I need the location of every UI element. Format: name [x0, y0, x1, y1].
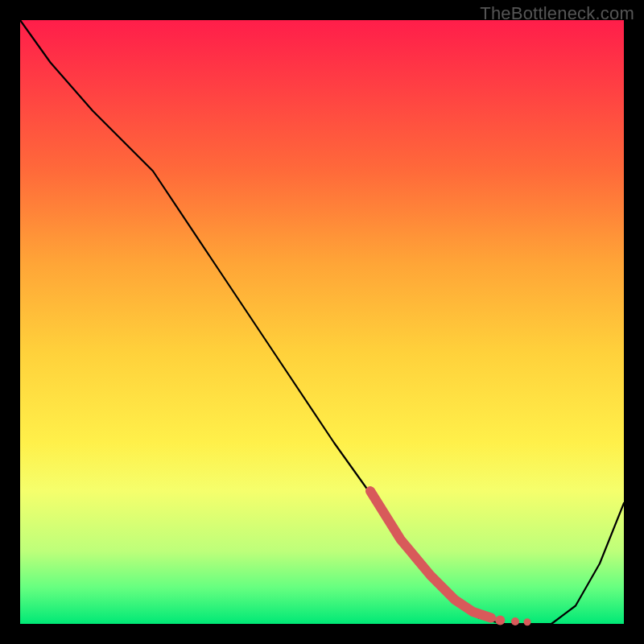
chart-frame: TheBottleneck.com	[0, 0, 644, 644]
curve-layer	[20, 20, 624, 624]
bottleneck-curve	[20, 20, 624, 624]
plot-area	[20, 20, 624, 624]
highlight-dot	[524, 618, 531, 625]
highlight-dot	[495, 616, 505, 625]
highlight-dot	[511, 617, 519, 625]
highlight-dots	[495, 616, 530, 626]
highlight-segment	[370, 491, 491, 618]
